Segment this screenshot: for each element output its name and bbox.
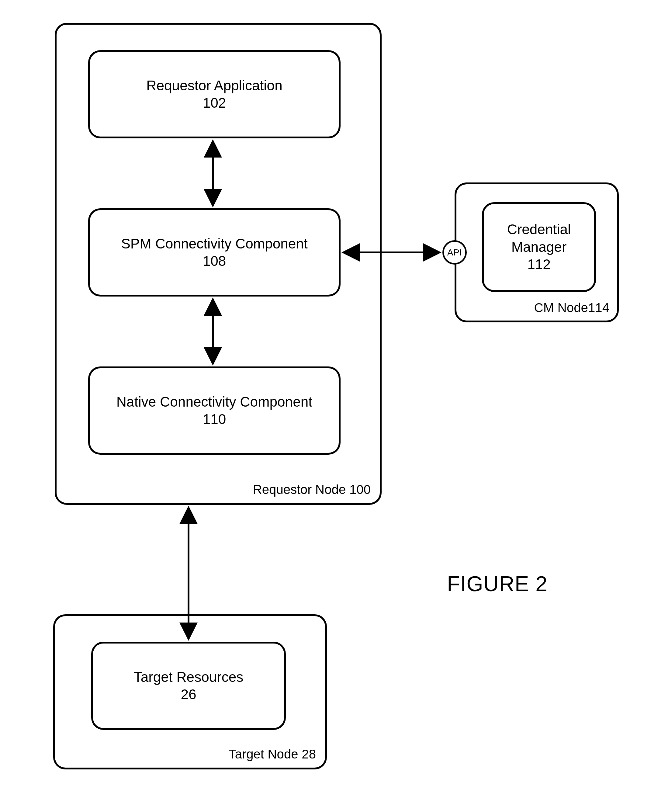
requestor-application-num: 102 xyxy=(203,94,226,112)
credential-manager-box: Credential Manager 112 xyxy=(482,202,596,292)
requestor-node-label: Requestor Node 100 xyxy=(253,482,370,497)
credential-manager-title: Credential Manager xyxy=(507,221,571,256)
api-label: API xyxy=(447,247,462,258)
cm-node-label: CM Node114 xyxy=(534,301,609,315)
spm-connectivity-box: SPM Connectivity Component 108 xyxy=(88,208,340,296)
target-resources-title: Target Resources xyxy=(134,669,244,686)
target-node-label: Target Node 28 xyxy=(229,747,316,762)
credential-manager-num: 112 xyxy=(527,256,551,273)
requestor-application-box: Requestor Application 102 xyxy=(88,50,340,138)
api-icon: API xyxy=(442,240,467,265)
spm-title: SPM Connectivity Component xyxy=(121,235,308,253)
target-resources-box: Target Resources 26 xyxy=(91,642,286,730)
native-title: Native Connectivity Component xyxy=(116,393,312,411)
native-connectivity-box: Native Connectivity Component 110 xyxy=(88,366,340,455)
spm-num: 108 xyxy=(203,252,226,270)
target-resources-num: 26 xyxy=(181,686,196,704)
native-num: 110 xyxy=(203,411,226,428)
diagram-canvas: Requestor Node 100 Requestor Application… xyxy=(0,0,651,812)
figure-label: FIGURE 2 xyxy=(447,572,547,596)
requestor-application-title: Requestor Application xyxy=(146,77,282,95)
